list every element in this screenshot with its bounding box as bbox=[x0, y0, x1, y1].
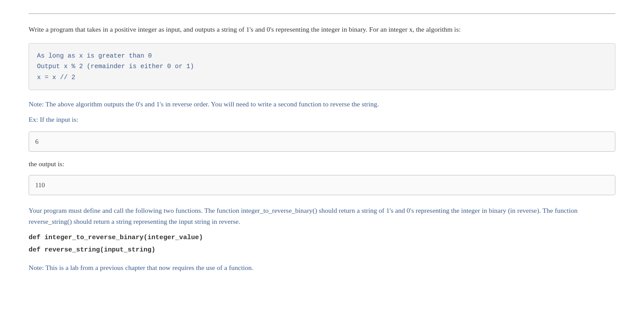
example-label: Ex: If the input is: bbox=[29, 114, 615, 125]
top-divider bbox=[29, 13, 615, 14]
example-input-display: 6 bbox=[29, 131, 615, 152]
intro-paragraph: Write a program that takes in a positive… bbox=[29, 24, 615, 35]
output-label: the output is: bbox=[29, 159, 615, 170]
function-signatures: def integer_to_reverse_binary(integer_va… bbox=[29, 232, 615, 256]
example-output-display: 110 bbox=[29, 175, 615, 195]
code-line-2: Output x % 2 (remainder is either 0 or 1… bbox=[37, 61, 607, 72]
algorithm-code-block: As long as x is greater than 0 Output x … bbox=[29, 43, 615, 91]
function-sig-1: def integer_to_reverse_binary(integer_va… bbox=[29, 232, 615, 244]
note-reverse-order: Note: The above algorithm outputs the 0'… bbox=[29, 99, 615, 110]
function-sig-2: def reverse_string(input_string) bbox=[29, 244, 615, 256]
code-line-3: x = x // 2 bbox=[37, 72, 607, 83]
function-description: Your program must define and call the fo… bbox=[29, 205, 615, 227]
code-line-1: As long as x is greater than 0 bbox=[37, 51, 607, 62]
bottom-note: Note: This is a lab from a previous chap… bbox=[29, 262, 615, 273]
